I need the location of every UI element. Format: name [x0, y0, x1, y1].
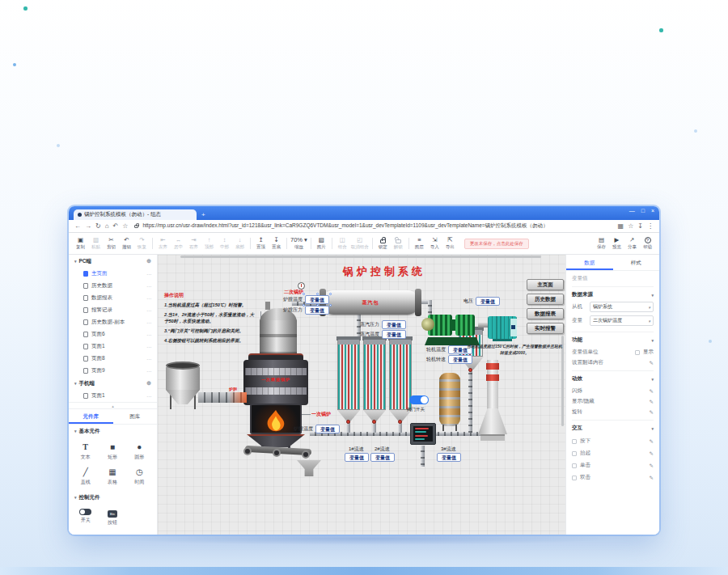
primary-boiler[interactable]: 一次燃烧锅炉: [243, 353, 308, 452]
edit-icon[interactable]: ✎: [650, 475, 654, 481]
toolbar-button[interactable]: ? 帮助: [640, 237, 655, 250]
interaction-checkbox[interactable]: [572, 476, 577, 480]
url-text[interactable]: https://mp.usr.cn/usr-draw/index.html?us…: [142, 222, 613, 230]
more-icon[interactable]: ⋯: [146, 295, 151, 301]
toolbar-button[interactable]: ▣ 复制: [73, 237, 88, 250]
edit-icon[interactable]: ✎: [650, 409, 654, 416]
collapse-icon[interactable]: ▾: [651, 426, 654, 431]
switch-tool-icon[interactable]: 开关: [72, 505, 99, 530]
toolbar-button[interactable]: ⇥ 右齐: [186, 237, 201, 250]
button-tool-icon[interactable]: Btn 按钮: [99, 505, 125, 530]
time-tool-icon[interactable]: ◷ 时间: [126, 464, 153, 489]
diagram-title[interactable]: 锅炉控制系统: [255, 264, 514, 279]
control-panel[interactable]: [410, 423, 436, 445]
more-icon[interactable]: ⋯: [146, 356, 151, 361]
sidebar-page-item[interactable]: 页面6 ⋯: [69, 328, 157, 340]
var-value-box[interactable]: 变量值: [315, 425, 340, 433]
history-icon[interactable]: ↶: [113, 223, 119, 230]
collapse-icon[interactable]: ▾: [651, 377, 654, 382]
interaction-checkbox[interactable]: [572, 451, 577, 456]
horizontal-scrollbar[interactable]: [180, 256, 541, 258]
sidebar-page-item[interactable]: 主页面 ⋯: [69, 268, 157, 280]
sidebar-page-item[interactable]: 历史数据-副本 ⋯: [69, 316, 157, 328]
operating-instructions[interactable]: 操作说明 1.当轮机温度过高（超过150℃）时报警。 2.当1#、2#流速小于5…: [164, 292, 256, 348]
star-icon[interactable]: ☆: [628, 223, 633, 230]
line-tool-icon[interactable]: ╱ 直线: [72, 464, 99, 489]
toolbar-button[interactable]: ▧ 图片: [314, 237, 329, 250]
valve-icon[interactable]: [346, 420, 350, 424]
panel-collapse-handle[interactable]: ▴: [69, 402, 157, 409]
design-canvas[interactable]: 锅炉控制系统 操作说明 1.当轮机温度过高（超过150℃）时报警。 2.当1#、…: [158, 255, 565, 535]
more-icon[interactable]: ⋯: [146, 307, 151, 313]
var-turbine-speed[interactable]: 轮机转速 变量值: [426, 355, 472, 364]
toolbar-button[interactable]: ↶ 撤销: [119, 237, 134, 250]
more-icon[interactable]: ⋯: [146, 344, 151, 349]
toolbar-button[interactable]: ↧ 置底: [269, 237, 284, 250]
pipe[interactable]: [468, 368, 472, 433]
primary-boiler-label[interactable]: 一次锅炉: [311, 411, 331, 418]
valve-icon[interactable]: [398, 420, 402, 424]
more-icon[interactable]: ⋯: [146, 271, 151, 277]
sidebar-page-item[interactable]: 页面9 ⋯: [69, 365, 157, 377]
heat-exchanger-column[interactable]: [363, 339, 386, 410]
var-flow3[interactable]: 变量值: [437, 453, 461, 462]
chimney[interactable]: [478, 360, 507, 442]
back-icon[interactable]: ←: [74, 223, 81, 230]
alarm-note[interactable]: 当轮机温度超过150℃的时候，产生报警数据并且轮机转速变成2000。: [467, 344, 562, 356]
coal-hopper[interactable]: [297, 460, 321, 476]
control-components-header[interactable]: ▾ 控制元件: [69, 491, 157, 504]
collapse-icon[interactable]: ▾: [651, 338, 654, 343]
toolbar-button[interactable]: ↔ 居中: [171, 237, 186, 250]
circle-tool-icon[interactable]: ● 圆形: [126, 439, 153, 464]
canvas-nav-button[interactable]: 历史数据: [527, 294, 564, 305]
var-value-box[interactable]: 变量值: [305, 306, 329, 315]
toolbar-button[interactable]: ↥ 置顶: [253, 237, 269, 250]
unsaved-notice[interactable]: 更改未保存，点击此处保存: [464, 239, 529, 249]
toolbar-button[interactable]: ◫ 组合: [335, 237, 350, 250]
toolbar-button[interactable]: ▥ 粘贴: [88, 237, 104, 250]
more-icon[interactable]: ⋯: [146, 283, 151, 289]
toolbar-button[interactable]: 锁定: [375, 237, 391, 250]
edit-icon[interactable]: ✎: [650, 399, 654, 405]
tab-gallery[interactable]: 图库: [113, 409, 158, 424]
toolbar-button[interactable]: 70% ▾ 缩放: [290, 237, 308, 250]
heat-exchanger-column[interactable]: [389, 339, 412, 410]
rect-tool-icon[interactable]: ■ 矩形: [99, 439, 125, 464]
more-icon[interactable]: ⋯: [146, 332, 151, 337]
add-page-icon[interactable]: ⊕: [146, 380, 151, 387]
select-dropdown[interactable]: 二次锅炉温度 ▾: [590, 315, 654, 326]
var-steam-temp[interactable]: 蒸汽温度 变量值: [360, 330, 406, 339]
toolbar-button[interactable]: ⇤ 左齐: [155, 237, 171, 250]
more-icon[interactable]: ⋯: [146, 319, 151, 325]
canvas-nav-button[interactable]: 实时报警: [527, 323, 564, 334]
apps-icon[interactable]: ▦: [618, 223, 624, 230]
browser-tab[interactable]: 锅炉控制系统模板（勿动）- 组态: [74, 209, 197, 220]
interaction-checkbox[interactable]: [572, 463, 577, 468]
more-icon[interactable]: ⋯: [146, 393, 151, 399]
var-value-box-selected[interactable]: 变量值: [305, 295, 329, 304]
var-furnace-temp-1[interactable]: 炉膛温度 变量值: [294, 425, 340, 433]
steam-drum[interactable]: 蒸汽包: [322, 290, 419, 315]
var-value-box[interactable]: 变量值: [382, 320, 406, 329]
edit-icon[interactable]: ✎: [650, 360, 654, 366]
toolbar-button[interactable]: ▶ 预览: [609, 237, 624, 250]
feed-funnel[interactable]: [166, 365, 200, 416]
valve-icon[interactable]: [468, 368, 472, 372]
var-voltage[interactable]: 电压 变量值: [463, 297, 500, 306]
sidebar-section-pc[interactable]: ▾ PC端 ⊕: [69, 255, 157, 268]
heat-exchanger-column[interactable]: [337, 339, 360, 410]
forward-icon[interactable]: →: [85, 223, 91, 230]
toolbar-button[interactable]: ↓ 底部: [232, 237, 248, 250]
filter-vessel[interactable]: [439, 373, 460, 426]
var-flow2[interactable]: 变量值: [370, 453, 395, 462]
bookmark-icon[interactable]: ☆: [122, 223, 128, 230]
var-value-box[interactable]: 变量值: [382, 330, 406, 339]
valve-icon[interactable]: [372, 420, 376, 424]
var-furnace-pressure[interactable]: 炉膛压力 变量值: [283, 306, 329, 315]
toolbar-button[interactable]: 解锁: [391, 237, 406, 250]
var-turbine-temp[interactable]: 轮机温度 变量值: [426, 345, 472, 354]
var-flow1[interactable]: 变量值: [345, 453, 369, 462]
canvas-nav-button[interactable]: 主页面: [527, 279, 564, 290]
sidebar-page-item[interactable]: 报警记录 ⋯: [69, 304, 157, 316]
toolbar-button[interactable]: ⇱ 导出: [442, 237, 458, 250]
